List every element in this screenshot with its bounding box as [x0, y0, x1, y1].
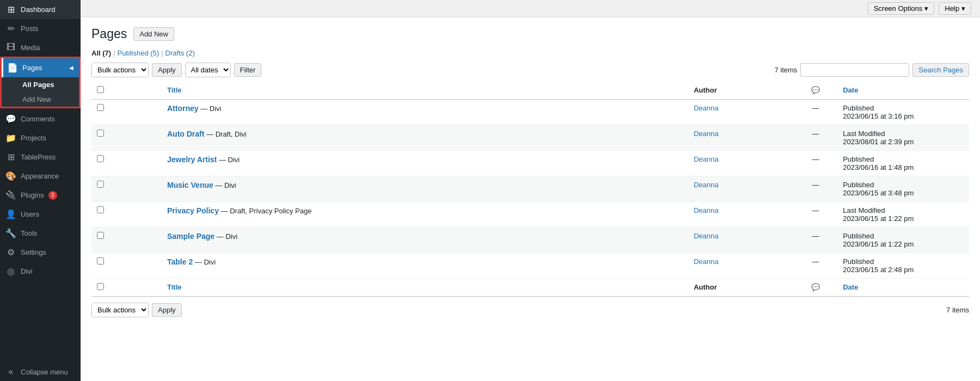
filter-button-top[interactable]: Filter	[234, 63, 262, 77]
search-input[interactable]	[800, 63, 909, 77]
row-checkbox[interactable]	[97, 206, 104, 213]
row-checkbox-cell	[91, 201, 162, 227]
row-page-title[interactable]: Music Venue	[167, 181, 213, 189]
appearance-icon: 🎨	[5, 171, 16, 181]
comment-icon: 💬	[811, 86, 820, 94]
sidebar-item-label: Appearance	[21, 172, 59, 180]
row-page-title[interactable]: Attorney	[167, 104, 199, 113]
sidebar-item-plugins[interactable]: 🔌 Plugins 3	[0, 186, 81, 205]
row-checkbox[interactable]	[97, 257, 104, 265]
sidebar-item-tools[interactable]: 🔧 Tools	[0, 224, 81, 243]
row-page-title[interactable]: Table 2	[167, 257, 193, 266]
row-page-title[interactable]: Sample Page	[167, 232, 215, 241]
apply-button-top[interactable]: Apply	[152, 63, 182, 77]
footer-checkbox-col	[91, 278, 162, 296]
row-author-link[interactable]: Deanna	[694, 104, 719, 112]
sidebar-item-collapse[interactable]: « Collapse menu	[0, 362, 81, 381]
row-checkbox-cell	[91, 99, 162, 125]
screen-options-chevron-icon: ▾	[924, 4, 928, 13]
row-date-value: 2023/08/01 at 2:39 pm	[843, 138, 914, 146]
row-date-value: 2023/06/15 at 3:16 pm	[843, 112, 914, 120]
sidebar-item-label: Users	[21, 210, 39, 218]
header-date-col[interactable]: Date	[837, 82, 969, 100]
row-author-link[interactable]: Deanna	[694, 181, 719, 189]
sidebar-item-label: Dashboard	[21, 5, 56, 14]
sidebar-item-label: Media	[21, 44, 40, 52]
filter-all[interactable]: All (7)	[91, 49, 111, 57]
sidebar-item-appearance[interactable]: 🎨 Appearance	[0, 167, 81, 186]
main-content: Screen Options ▾ Help ▾ Pages Add New Al…	[81, 0, 980, 381]
sidebar-item-dashboard[interactable]: ⊞ Dashboard	[0, 0, 81, 19]
content-area: Pages Add New All (7) | Published (5) | …	[81, 17, 980, 381]
row-author-link[interactable]: Deanna	[694, 155, 719, 163]
topbar: Screen Options ▾ Help ▾	[81, 0, 980, 17]
row-author-link[interactable]: Deanna	[694, 206, 719, 214]
published-count: 5	[153, 49, 157, 57]
sidebar-item-posts[interactable]: ✏ Posts	[0, 19, 81, 38]
sidebar-subitem-all-pages[interactable]: All Pages	[2, 77, 79, 92]
table-footer-row: Title Author 💬 Date	[91, 278, 969, 296]
bulk-actions-select[interactable]: Bulk actions	[92, 63, 148, 77]
row-author-cell: Deanna	[688, 227, 793, 253]
row-checkbox[interactable]	[97, 232, 104, 239]
sidebar-item-comments[interactable]: 💬 Comments	[0, 109, 81, 128]
row-checkbox[interactable]	[97, 155, 104, 162]
sidebar-item-media[interactable]: 🎞 Media	[0, 38, 81, 57]
bulk-actions-bottom-select[interactable]: Bulk actions	[92, 303, 148, 317]
title-sort-link[interactable]: Title	[167, 86, 182, 94]
row-author-cell: Deanna	[688, 125, 793, 150]
items-count-top: 7 items	[774, 66, 797, 74]
filter-published[interactable]: Published (5)	[118, 49, 160, 57]
footer-date-link[interactable]: Date	[843, 283, 858, 291]
projects-icon: 📁	[5, 133, 16, 143]
sidebar-item-label: Collapse menu	[21, 368, 68, 376]
footer-date-col[interactable]: Date	[837, 278, 969, 296]
add-new-button[interactable]: Add New	[133, 27, 174, 41]
sidebar-item-label: Plugins	[21, 191, 44, 199]
row-comments-cell: —	[794, 150, 838, 176]
row-date-cell: Published 2023/06/15 at 2:48 pm	[837, 253, 969, 278]
comments-icon: 💬	[5, 114, 16, 124]
apply-button-bottom[interactable]: Apply	[152, 303, 182, 317]
screen-options-button[interactable]: Screen Options ▾	[868, 2, 935, 15]
posts-icon: ✏	[5, 23, 16, 34]
sidebar-item-label: Posts	[21, 24, 39, 33]
row-author-link[interactable]: Deanna	[694, 232, 719, 240]
sidebar-item-settings[interactable]: ⚙ Settings	[0, 243, 81, 262]
toolbar-right: 7 items Search Pages	[774, 63, 969, 77]
row-page-title[interactable]: Auto Draft	[167, 130, 204, 138]
sidebar-item-projects[interactable]: 📁 Projects	[0, 128, 81, 148]
date-sort-link[interactable]: Date	[843, 86, 858, 94]
sidebar-item-users[interactable]: 👤 Users	[0, 205, 81, 224]
sidebar-item-pages[interactable]: 📄 Pages ◀	[2, 58, 79, 77]
row-author-link[interactable]: Deanna	[694, 257, 719, 266]
dates-filter-select[interactable]: All dates	[185, 63, 231, 77]
help-button[interactable]: Help ▾	[939, 2, 971, 15]
row-date-cell: Last Modified 2023/06/15 at 1:22 pm	[837, 201, 969, 227]
table-row: Attorney — Divi Deanna — Published 2023/…	[91, 99, 969, 125]
row-date-status: Published	[843, 155, 874, 163]
row-comments-cell: —	[794, 125, 838, 150]
row-date-status: Last Modified	[843, 130, 885, 138]
bottom-toolbar: Bulk actions Apply 7 items	[91, 297, 969, 323]
select-all-footer-checkbox[interactable]	[97, 283, 104, 290]
row-checkbox-cell	[91, 176, 162, 201]
footer-title-link[interactable]: Title	[167, 283, 182, 291]
row-comments-value: —	[799, 104, 832, 112]
row-page-title[interactable]: Privacy Policy	[167, 206, 219, 215]
sidebar-item-tablepress[interactable]: ⊞ TablePress	[0, 148, 81, 167]
row-checkbox[interactable]	[97, 104, 104, 111]
row-checkbox[interactable]	[97, 130, 104, 137]
row-author-link[interactable]: Deanna	[694, 130, 719, 138]
row-page-title[interactable]: Jewelry Artist	[167, 155, 217, 164]
search-button[interactable]: Search Pages	[912, 63, 969, 77]
select-all-checkbox[interactable]	[97, 86, 104, 93]
row-page-subtitle: — Divi	[219, 156, 240, 164]
filter-drafts[interactable]: Drafts (2)	[166, 49, 195, 57]
page-header: Pages Add New	[91, 26, 969, 42]
sidebar-subitem-add-new[interactable]: Add New	[2, 92, 79, 107]
row-checkbox[interactable]	[97, 181, 104, 188]
footer-comments-col: 💬	[794, 278, 838, 296]
row-title-cell: Auto Draft — Draft, Divi	[162, 125, 688, 150]
sidebar-item-divi[interactable]: ◎ Divi	[0, 262, 81, 281]
